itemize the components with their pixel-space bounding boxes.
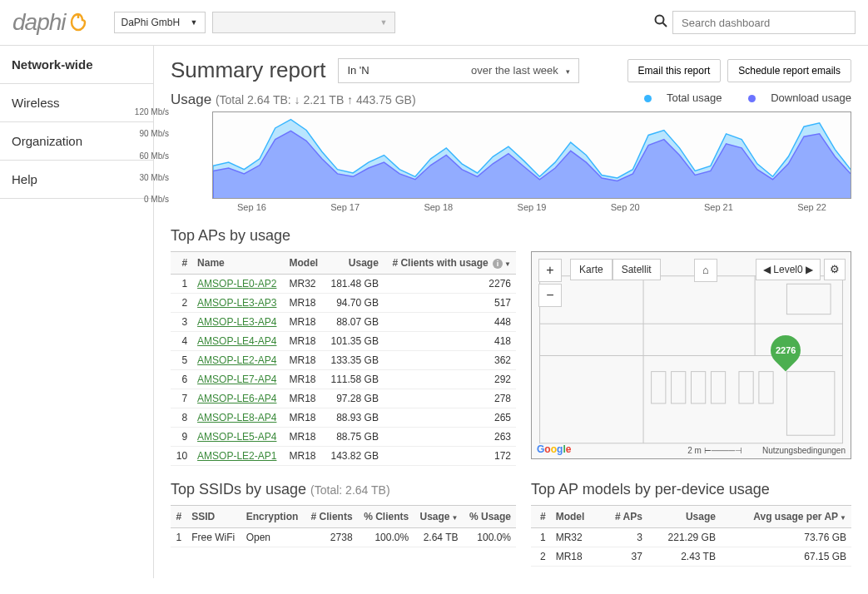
svg-rect-7 [652,372,666,403]
usage-label: Usage [171,92,211,107]
legend-dot-total [644,95,652,102]
y-tick: 0 Mb/s [144,195,169,204]
ap-link[interactable]: AMSOP-LE2-AP1 [197,450,276,462]
ap-link[interactable]: AMSOP-LE7-AP4 [197,374,276,385]
th-enc[interactable]: Encryption [241,506,305,528]
google-logo: Google [537,443,571,455]
table-row: 3AMSOP-LE3-AP4MR1888.07 GB448 [171,313,516,332]
top-models-table: # Model # APs Usage Avg usage per AP▼ 1M… [531,505,851,567]
chevron-down-icon: ▾ [566,67,570,76]
y-tick: 120 Mb/s [135,107,169,116]
map-settings-button[interactable]: ⚙ [824,259,846,280]
svg-rect-13 [786,372,834,436]
header: daphi DaPhi GmbH▼ ▼ [0,0,868,46]
map-tab-map[interactable]: Karte [570,259,613,280]
table-row: 1Free WiFiOpen2738100.0%2.64 TB100.0% [171,528,516,547]
ap-link[interactable]: AMSOP-LE0-AP2 [197,278,276,290]
usage-detail: (Total 2.64 TB: ↓ 2.21 TB ↑ 443.75 GB) [216,93,416,106]
chart-x-axis: Sep 16Sep 17Sep 18Sep 19Sep 20Sep 21Sep … [212,199,851,212]
svg-point-0 [656,16,664,24]
table-row: 8AMSOP-LE8-AP4MR1888.93 GB265 [171,408,516,428]
th-pclients[interactable]: % Clients [358,506,414,528]
th-naps[interactable]: # APs [600,506,647,528]
map-terms-link[interactable]: Nutzungsbedingungen [762,446,846,455]
search-icon [654,14,667,31]
th-nclients[interactable]: # Clients [305,506,357,528]
ap-link[interactable]: AMSOP-LE3-AP4 [197,316,276,328]
map-heatmap-marker[interactable]: 2276 [771,335,801,370]
top-aps-title: Top APs by usage [171,227,516,245]
th-ssid[interactable]: SSID [186,506,241,528]
email-report-button[interactable]: Email this report [627,59,722,82]
usage-chart [212,111,851,199]
table-row: 2MR18372.43 TB67.15 GB [531,547,851,567]
top-models-title: Top AP models by per-device usage [531,481,851,498]
table-row: 1AMSOP-LE0-AP2MR32181.48 GB2276 [171,275,516,294]
th-name[interactable]: Name [192,252,284,275]
th-pusage[interactable]: % Usage [463,506,516,528]
top-aps-table: # Name Model Usage # Clients with usage … [171,251,516,466]
table-row: 1MR323221.29 GB73.76 GB [531,528,851,547]
page-title: Summary report [171,57,325,83]
top-ssids-table: # SSID Encryption # Clients % Clients Us… [171,505,516,547]
search-input[interactable] [672,11,856,34]
info-icon: i [493,259,503,269]
schedule-report-button[interactable]: Schedule report emails [727,59,851,82]
y-tick: 30 Mb/s [139,172,169,181]
org-dropdown[interactable]: DaPhi GmbH▼ [114,12,206,33]
svg-rect-12 [759,372,773,403]
y-tick: 90 Mb/s [139,129,169,138]
ap-link[interactable]: AMSOP-LE4-AP4 [197,335,276,347]
sidebar-item-network-wide[interactable]: Network-wide [0,46,153,84]
ap-link[interactable]: AMSOP-LE3-AP3 [197,297,276,309]
svg-rect-8 [672,372,686,403]
th-usage[interactable]: Usage [647,506,721,528]
ap-link[interactable]: AMSOP-LE6-AP4 [197,393,276,404]
table-row: 10AMSOP-LE2-AP1MR18143.82 GB172 [171,447,516,466]
svg-rect-9 [692,372,706,403]
x-tick: Sep 20 [611,202,640,212]
x-tick: Sep 17 [330,202,360,212]
th-usage[interactable]: Usage▼ [414,506,463,528]
table-row: 9AMSOP-LE5-AP4MR1888.75 GB263 [171,428,516,447]
network-dropdown[interactable]: ▼ [212,12,395,33]
ap-link[interactable]: AMSOP-LE5-AP4 [197,431,276,443]
legend-dot-download [748,95,756,102]
x-tick: Sep 19 [518,202,547,212]
table-row: 7AMSOP-LE6-AP4MR1897.28 GB278 [171,389,516,408]
map-floorplan[interactable]: + − Karte Satellit ⌂ ◀ Level0 ▶ ⚙ 2276 G… [531,251,851,459]
main-content: Summary report In 'N over the last week … [154,46,868,578]
x-tick: Sep 22 [797,202,826,212]
table-row: 5AMSOP-LE2-AP4MR18133.35 GB362 [171,351,516,370]
table-row: 2AMSOP-LE3-AP3MR1894.70 GB517 [171,294,516,313]
table-row: 6AMSOP-LE7-AP4MR18111.58 GB292 [171,370,516,389]
ap-link[interactable]: AMSOP-LE2-AP4 [197,354,276,366]
table-row: 4AMSOP-LE4-AP4MR18101.35 GB418 [171,332,516,351]
th-num[interactable]: # [531,506,551,528]
chevron-down-icon: ▼ [191,18,198,27]
x-tick: Sep 21 [704,202,733,212]
map-home-button[interactable]: ⌂ [694,259,717,282]
th-num[interactable]: # [171,252,192,275]
th-usage[interactable]: Usage [325,252,384,275]
chart-legend: Total usage Download usage [621,92,851,104]
th-model[interactable]: Model [551,506,600,528]
report-filter-dropdown[interactable]: In 'N over the last week ▾ [338,58,579,83]
map-level-dropdown[interactable]: ◀ Level0 ▶ [756,259,821,280]
th-model[interactable]: Model [285,252,325,275]
map-zoom-in-button[interactable]: + [538,259,562,282]
svg-line-1 [663,23,667,27]
chevron-down-icon: ▼ [380,18,388,27]
svg-rect-14 [786,284,831,314]
th-num[interactable]: # [171,506,186,528]
svg-rect-11 [739,372,753,403]
ap-link[interactable]: AMSOP-LE8-AP4 [197,412,276,423]
x-tick: Sep 16 [237,202,266,212]
logo-icon [67,12,89,33]
th-clients[interactable]: # Clients with usage i▼ [384,252,516,275]
top-ssids-title: Top SSIDs by usage (Total: 2.64 TB) [171,481,516,498]
logo-text: daphi [12,9,66,36]
map-zoom-out-button[interactable]: − [538,284,562,307]
th-avg[interactable]: Avg usage per AP▼ [721,506,851,528]
map-tab-satellite[interactable]: Satellit [613,259,661,280]
